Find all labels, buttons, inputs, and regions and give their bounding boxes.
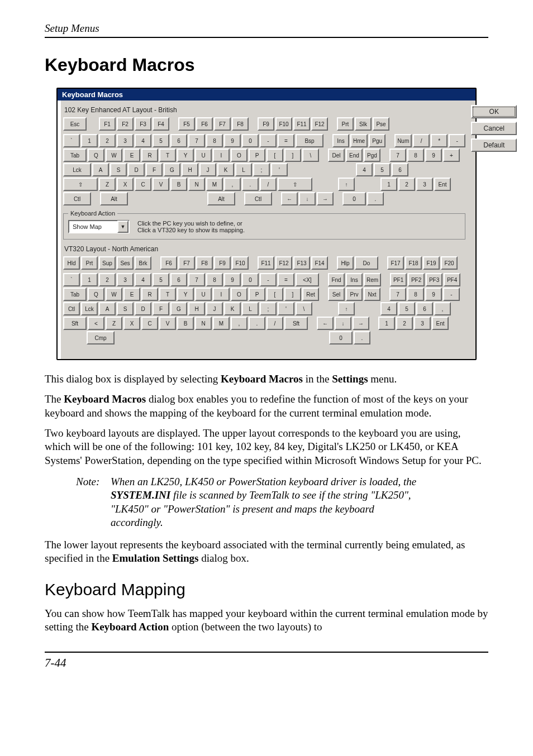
key-comma[interactable]: ,	[224, 178, 241, 191]
key-f10[interactable]: F10	[275, 117, 292, 131]
key-lf19[interactable]: F19	[423, 256, 440, 270]
key-lsft[interactable]: Sft	[63, 317, 87, 330]
key-ln3[interactable]: 3	[414, 317, 431, 330]
key-right[interactable]: →	[317, 192, 334, 205]
key-prv[interactable]: Prv	[346, 288, 363, 301]
key-lb[interactable]: B	[177, 317, 194, 330]
key-1[interactable]: 1	[81, 134, 98, 147]
key-num2[interactable]: 2	[398, 178, 415, 191]
key-lperiod[interactable]: .	[249, 317, 265, 330]
key-9[interactable]: 9	[224, 134, 241, 147]
key-num0[interactable]: 0	[342, 192, 366, 205]
key-f1[interactable]: F1	[99, 117, 116, 131]
key-ltab[interactable]: Tab	[63, 288, 87, 301]
key-v[interactable]: V	[153, 178, 169, 191]
key-equals[interactable]: =	[278, 134, 294, 147]
key-ses[interactable]: Ses	[117, 256, 134, 270]
key-f4[interactable]: F4	[153, 117, 169, 131]
key-numenter[interactable]: Ent	[434, 178, 451, 191]
key-l4[interactable]: 4	[135, 273, 151, 286]
key-llck[interactable]: Lck	[81, 302, 98, 315]
key-ln2[interactable]: 2	[396, 317, 413, 330]
key-sel[interactable]: Sel	[328, 288, 345, 301]
key-lp[interactable]: P	[249, 288, 265, 301]
key-numdot[interactable]: .	[367, 192, 384, 205]
key-l3[interactable]: 3	[117, 273, 134, 286]
key-lf7[interactable]: F7	[178, 256, 195, 270]
key-g[interactable]: G	[164, 163, 180, 176]
key-ln7[interactable]: 7	[389, 288, 406, 301]
key-lf13[interactable]: F13	[293, 256, 310, 270]
key-l6[interactable]: 6	[170, 273, 187, 286]
key-f2[interactable]: F2	[117, 117, 134, 131]
key-3[interactable]: 3	[117, 134, 134, 147]
key-lctl[interactable]: Ctl	[63, 192, 91, 205]
key-hld[interactable]: Hld	[63, 256, 80, 270]
key-d[interactable]: D	[128, 163, 145, 176]
key-pse[interactable]: Pse	[373, 117, 389, 131]
key-lk[interactable]: K	[224, 302, 241, 315]
key-l0[interactable]: 0	[242, 273, 259, 286]
key-do[interactable]: Do	[355, 256, 378, 270]
key-end[interactable]: End	[346, 149, 363, 162]
key-m[interactable]: M	[206, 178, 223, 191]
key-8[interactable]: 8	[206, 134, 223, 147]
key-lf10[interactable]: F10	[232, 256, 249, 270]
key-quote[interactable]: '	[271, 163, 288, 176]
key-num6[interactable]: 6	[392, 163, 408, 176]
key-f11[interactable]: F11	[293, 117, 310, 131]
key-lc[interactable]: C	[141, 317, 158, 330]
key-e[interactable]: E	[123, 149, 140, 162]
key-numminus[interactable]: -	[449, 134, 465, 147]
key-pf3[interactable]: PF3	[426, 273, 442, 286]
key-num5[interactable]: 5	[374, 163, 391, 176]
key-c[interactable]: C	[135, 178, 151, 191]
key-semicolon[interactable]: ;	[253, 163, 270, 176]
key-ret[interactable]: Ret	[302, 288, 319, 301]
key-num8[interactable]: 8	[407, 149, 424, 162]
key-lctl2[interactable]: Ctl	[63, 302, 80, 315]
key-num7[interactable]: 7	[389, 149, 406, 162]
key-lminus[interactable]: -	[260, 273, 277, 286]
key-lins[interactable]: Ins	[346, 273, 363, 286]
key-ln9[interactable]: 9	[425, 288, 442, 301]
key-w[interactable]: W	[106, 149, 122, 162]
key-lalt[interactable]: Alt	[100, 192, 128, 205]
default-button[interactable]: Default	[471, 138, 517, 152]
key-z[interactable]: Z	[99, 178, 116, 191]
key-l9[interactable]: 9	[224, 273, 241, 286]
key-lo[interactable]: O	[231, 288, 248, 301]
key-esc[interactable]: Esc	[63, 117, 87, 131]
key-rsft[interactable]: Sft	[284, 317, 308, 330]
key-la[interactable]: A	[99, 302, 116, 315]
key-rbracket[interactable]: ]	[284, 149, 301, 162]
key-tab[interactable]: Tab	[63, 149, 87, 162]
key-pf2[interactable]: PF2	[408, 273, 425, 286]
key-cmp[interactable]: Cmp	[87, 331, 115, 344]
key-lw[interactable]: W	[106, 288, 122, 301]
key-lslash[interactable]: /	[266, 317, 283, 330]
key-period[interactable]: .	[242, 178, 259, 191]
key-lf9[interactable]: F9	[214, 256, 231, 270]
key-rctl[interactable]: Ctl	[244, 192, 272, 205]
key-pf1[interactable]: PF1	[390, 273, 407, 286]
key-lrb[interactable]: ]	[284, 288, 301, 301]
key-ldown[interactable]: ↓	[335, 317, 351, 330]
key-fnd[interactable]: Fnd	[328, 273, 345, 286]
key-ln[interactable]: N	[195, 317, 212, 330]
key-0[interactable]: 0	[242, 134, 259, 147]
key-lnent[interactable]: Ent	[432, 317, 449, 330]
key-backslash[interactable]: \	[302, 149, 319, 162]
key-le[interactable]: E	[123, 288, 140, 301]
key-l[interactable]: L	[235, 163, 252, 176]
key-lh[interactable]: H	[188, 302, 205, 315]
key-lf20[interactable]: F20	[441, 256, 458, 270]
ok-button[interactable]: OK	[471, 105, 517, 118]
key-l2[interactable]: 2	[99, 273, 116, 286]
key-lf11[interactable]: F11	[258, 256, 274, 270]
key-6[interactable]: 6	[170, 134, 187, 147]
key-lright[interactable]: →	[353, 317, 369, 330]
key-lf18[interactable]: F18	[405, 256, 422, 270]
key-ln4[interactable]: 4	[380, 302, 397, 315]
key-pgd[interactable]: Pgd	[364, 149, 380, 162]
